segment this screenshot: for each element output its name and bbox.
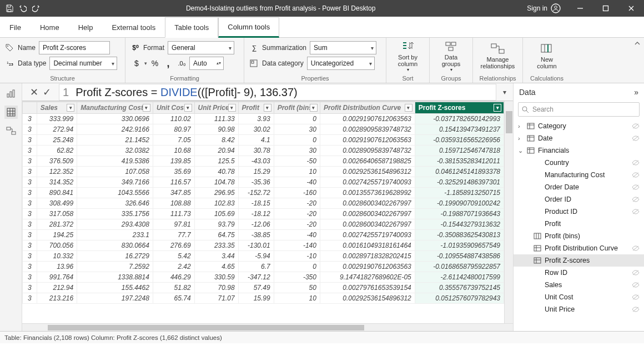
tab-file[interactable]: File — [0, 17, 31, 37]
table-row[interactable]: 3272.94242.916680.9790.9830.02300.002890… — [23, 124, 504, 135]
column-header[interactable]: Sales▾ — [37, 102, 77, 114]
filter-icon[interactable]: ▾ — [67, 104, 74, 112]
hidden-icon[interactable] — [632, 306, 640, 313]
hidden-icon[interactable] — [632, 123, 640, 129]
table-row[interactable]: 3281.372293.430897.8193.79-12.06-200.002… — [23, 219, 504, 230]
field-node[interactable]: Sales — [514, 279, 644, 291]
percent-button[interactable]: % — [149, 58, 160, 69]
column-header[interactable]: Unit Cost▾ — [153, 102, 194, 114]
data-category-select[interactable]: Uncategorized▾ — [307, 57, 375, 70]
manage-relationships-button[interactable]: Manage relationships — [479, 39, 517, 72]
vertical-scrollbar[interactable] — [504, 101, 513, 323]
table-row[interactable]: 3376.509419.5386139.85125.5-43.03-500.00… — [23, 156, 504, 167]
table-row[interactable]: 3317.058335.1756111.73105.69-18.12-200.0… — [23, 209, 504, 219]
table-row[interactable]: 3991.7641338.8814446.29330.59-347.12-350… — [23, 272, 504, 283]
column-header[interactable]: Profit▾ — [238, 102, 274, 114]
fields-search-input[interactable]: Search — [518, 102, 640, 117]
data-groups-button[interactable]: Data groups▾ — [435, 39, 467, 72]
field-node[interactable]: Manufacturing Cost — [514, 169, 644, 181]
summarization-select[interactable]: Sum▾ — [310, 41, 376, 54]
field-node[interactable]: Unit Cost — [514, 291, 644, 303]
table-row[interactable]: 362.8232.038210.6820.9430.78300.00289095… — [23, 146, 504, 156]
table-row[interactable]: 3700.056830.0664276.69233.35-130.01-1400… — [23, 240, 504, 251]
maximize-button[interactable] — [593, 0, 618, 17]
data-view-icon[interactable] — [4, 106, 18, 119]
fields-tree[interactable]: ›Category›Date⌄FinancialsCountryManufact… — [514, 120, 644, 331]
tab-column-tools[interactable]: Column tools — [218, 17, 279, 38]
table-row[interactable]: 325.24821.14527.058.424.100.002919076120… — [23, 135, 504, 146]
table-row[interactable]: 3308.499326.646108.88102.83-18.15-200.00… — [23, 198, 504, 209]
commit-formula-icon[interactable]: ✓ — [43, 86, 51, 98]
formula-expand-icon[interactable]: ▾ — [501, 88, 509, 96]
formula-input[interactable]: 1 Profit Z-scores = DIVIDE(([Profit]- 9)… — [59, 84, 496, 101]
datatype-select[interactable]: Decimal number▾ — [49, 57, 117, 70]
decimal-places-input[interactable]: Auto▴▾ — [189, 57, 224, 70]
hidden-icon[interactable] — [632, 184, 640, 190]
field-node[interactable]: Profit Distribution Curve — [514, 242, 644, 254]
hidden-icon[interactable] — [632, 208, 640, 215]
filter-icon[interactable]: ▾ — [310, 104, 318, 112]
undo-icon[interactable] — [18, 3, 28, 13]
table-node[interactable]: ›Date — [514, 132, 644, 144]
table-row[interactable]: 3333.999330.0696110.02111.333.9300.00291… — [23, 114, 504, 124]
field-node[interactable]: Order Date — [514, 181, 644, 193]
minimize-button[interactable] — [567, 0, 593, 17]
field-node[interactable]: Profit Z-scores — [514, 254, 644, 267]
hidden-icon[interactable] — [632, 196, 640, 203]
horizontal-scrollbar[interactable] — [22, 323, 513, 331]
table-row[interactable]: 310.33216.27295.423.44-5.94-100.00289718… — [23, 251, 504, 262]
filter-icon[interactable]: ▾ — [143, 104, 150, 112]
data-grid[interactable]: Sales▾Manufacturing Cost▾Unit Cost▾Unit … — [22, 101, 504, 323]
hidden-icon[interactable] — [632, 294, 640, 300]
filter-icon[interactable]: ▾ — [184, 104, 192, 112]
field-node[interactable]: Profit — [514, 218, 644, 230]
fields-collapse-icon[interactable]: » — [634, 88, 638, 97]
filter-icon[interactable]: ▾ — [228, 104, 236, 112]
close-button[interactable] — [618, 0, 644, 17]
table-row[interactable]: 3122.352107.05835.6940.7815.29100.002925… — [23, 167, 504, 177]
column-header[interactable]: Profit Distribution Curve▾ — [320, 102, 415, 114]
table-row[interactable]: 3194.25233.177.764.75-38.85-400.00274255… — [23, 230, 504, 240]
sort-by-column-button[interactable]: Sort by column▾ — [392, 39, 424, 72]
table-row[interactable]: 3212.94155.446251.8270.9857.49500.002797… — [23, 283, 504, 293]
table-row[interactable]: 3213.216197.224865.7471.0715.99100.00292… — [23, 293, 504, 304]
hidden-icon[interactable] — [632, 135, 640, 142]
new-column-button[interactable]: New column — [529, 39, 565, 72]
field-node[interactable]: Country — [514, 157, 644, 169]
filter-icon[interactable]: ▾ — [494, 104, 501, 112]
tab-external-tools[interactable]: External tools — [102, 17, 165, 37]
table-row[interactable]: 313.967.25922.424.656.700.00291907612063… — [23, 262, 504, 272]
field-node[interactable]: Product ID — [514, 205, 644, 218]
tab-home[interactable]: Home — [31, 17, 69, 37]
table-row[interactable]: 3314.352349.7166116.57104.78-35.36-400.0… — [23, 177, 504, 188]
decimal-button[interactable]: .0₀ — [176, 58, 187, 69]
ribbon-collapse-icon[interactable] — [634, 40, 641, 47]
table-node[interactable]: ›Category — [514, 120, 644, 132]
tab-help[interactable]: Help — [69, 17, 103, 37]
name-input[interactable]: Profit Z-scores — [39, 41, 110, 54]
column-header[interactable]: Manufacturing Cost▾ — [77, 102, 153, 114]
column-header[interactable]: Profit Z-scores▾ — [415, 102, 504, 114]
hidden-icon[interactable] — [632, 172, 640, 178]
model-view-icon[interactable] — [4, 124, 18, 138]
field-node[interactable]: Unit Price — [514, 303, 644, 315]
filter-icon[interactable]: ▾ — [405, 104, 412, 112]
comma-button[interactable]: , — [163, 58, 174, 69]
field-node[interactable]: Profit (bins) — [514, 230, 644, 242]
field-node[interactable]: Row ID — [514, 267, 644, 279]
redo-icon[interactable] — [31, 3, 41, 13]
table-row[interactable]: 3890.8411043.5566347.85296.95-152.72-160… — [23, 188, 504, 198]
column-header[interactable]: Unit Price▾ — [194, 102, 238, 114]
hidden-icon[interactable] — [632, 159, 640, 166]
currency-button[interactable]: $ — [131, 58, 142, 69]
hidden-icon[interactable] — [632, 245, 640, 252]
table-node[interactable]: ⌄Financials — [514, 144, 644, 157]
cancel-formula-icon[interactable]: ✕ — [30, 86, 38, 98]
hidden-icon[interactable] — [632, 282, 640, 288]
column-header[interactable]: Profit (bins)▾ — [274, 102, 320, 114]
hidden-icon[interactable] — [632, 269, 640, 276]
filter-icon[interactable]: ▾ — [264, 104, 271, 112]
format-select[interactable]: General▾ — [168, 41, 234, 54]
save-icon[interactable] — [4, 3, 14, 13]
sign-in-button[interactable]: Sign in — [520, 3, 567, 13]
